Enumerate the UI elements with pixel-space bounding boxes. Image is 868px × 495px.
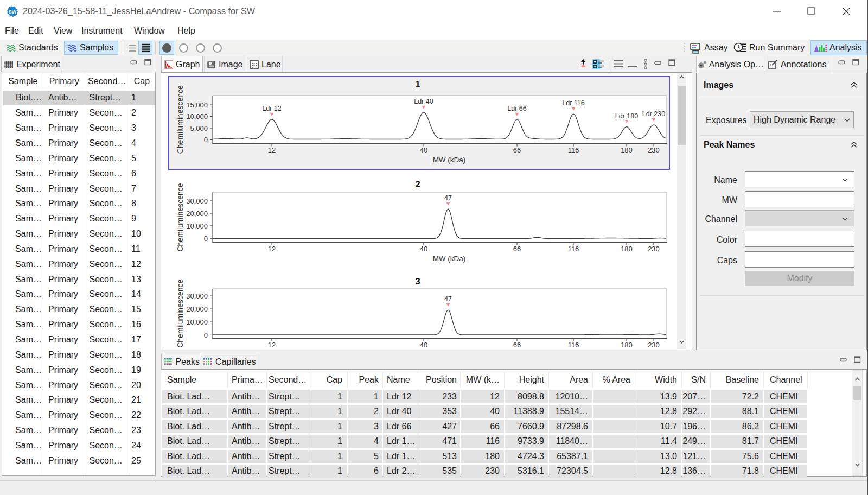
svg-text:Chemiluminescence: Chemiluminescence bbox=[176, 85, 184, 154]
svg-text:SW: SW bbox=[9, 9, 17, 15]
svg-text:3: 3 bbox=[415, 276, 420, 286]
svg-text:Ldr 12: Ldr 12 bbox=[262, 105, 281, 112]
svg-text:MW (kDa): MW (kDa) bbox=[433, 156, 466, 164]
svg-text:40: 40 bbox=[420, 146, 427, 154]
svg-text:47: 47 bbox=[444, 194, 452, 202]
svg-text:12: 12 bbox=[268, 146, 276, 154]
svg-text:10,000: 10,000 bbox=[186, 318, 208, 326]
svg-text:116: 116 bbox=[568, 146, 579, 154]
svg-text:10,000: 10,000 bbox=[186, 222, 208, 230]
svg-text:Ldr 180: Ldr 180 bbox=[615, 112, 638, 120]
svg-text:0: 0 bbox=[204, 234, 208, 243]
svg-text:116: 116 bbox=[568, 245, 579, 253]
svg-text:40: 40 bbox=[420, 341, 427, 349]
svg-text:10,000: 10,000 bbox=[186, 112, 208, 120]
svg-text:230: 230 bbox=[648, 341, 660, 349]
svg-text:20,000: 20,000 bbox=[186, 210, 208, 218]
svg-text:230: 230 bbox=[648, 245, 660, 253]
svg-text:Ldr 230: Ldr 230 bbox=[642, 110, 665, 118]
svg-text:116: 116 bbox=[568, 341, 579, 349]
svg-text:Ldr 116: Ldr 116 bbox=[562, 99, 585, 107]
svg-text:5,000: 5,000 bbox=[190, 124, 208, 132]
svg-text:15,000: 15,000 bbox=[186, 101, 208, 109]
svg-text:47: 47 bbox=[444, 295, 452, 303]
svg-text:66: 66 bbox=[513, 341, 521, 349]
svg-text:0: 0 bbox=[204, 136, 208, 144]
svg-text:0: 0 bbox=[204, 331, 208, 339]
svg-text:Chemiluminescence: Chemiluminescence bbox=[176, 183, 184, 251]
svg-text:2: 2 bbox=[415, 179, 420, 189]
svg-text:30,000: 30,000 bbox=[186, 197, 208, 205]
svg-text:MW (kDa): MW (kDa) bbox=[433, 255, 466, 263]
svg-text:1: 1 bbox=[415, 79, 420, 89]
svg-text:180: 180 bbox=[621, 146, 633, 154]
svg-text:230: 230 bbox=[648, 146, 660, 154]
svg-text:66: 66 bbox=[513, 245, 521, 253]
svg-text:180: 180 bbox=[621, 245, 633, 253]
svg-text:Ldr 40: Ldr 40 bbox=[414, 98, 433, 105]
svg-text:66: 66 bbox=[513, 146, 521, 154]
svg-text:20,000: 20,000 bbox=[186, 305, 208, 313]
svg-text:12: 12 bbox=[268, 341, 276, 349]
svg-text:Chemiluminescence: Chemiluminescence bbox=[176, 280, 184, 348]
svg-text:180: 180 bbox=[621, 341, 633, 349]
svg-text:40: 40 bbox=[420, 245, 427, 253]
svg-text:30,000: 30,000 bbox=[186, 292, 208, 300]
svg-text:Ldr 66: Ldr 66 bbox=[507, 105, 526, 112]
svg-text:12: 12 bbox=[268, 245, 276, 253]
